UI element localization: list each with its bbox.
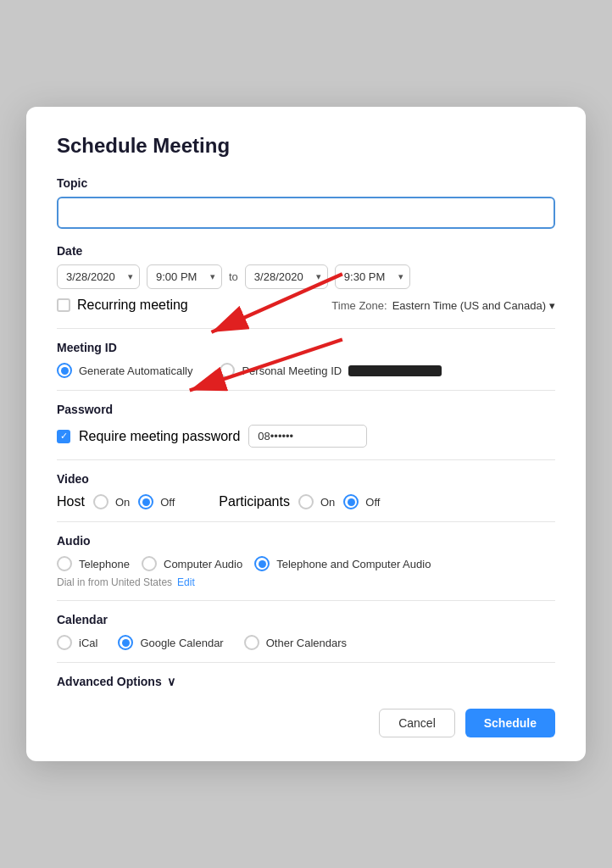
start-time-select[interactable]: 9:00 PM (147, 264, 222, 289)
timezone-label: Time Zone: (331, 299, 387, 312)
timezone-chevron-icon: ▾ (549, 299, 555, 312)
host-off-radio[interactable] (138, 494, 153, 509)
host-off-option[interactable]: Off (138, 494, 175, 509)
divider-5 (57, 600, 555, 601)
participants-off-option[interactable]: Off (343, 494, 380, 509)
topic-input[interactable] (57, 197, 555, 229)
recurring-checkbox[interactable] (57, 298, 70, 312)
require-password-checkbox[interactable] (57, 430, 70, 443)
participants-label: Participants (219, 494, 290, 509)
date-label: Date (57, 244, 555, 258)
personal-meeting-option[interactable]: Personal Meeting ID (220, 363, 442, 378)
host-on-radio[interactable] (93, 494, 108, 509)
password-label: Password (57, 403, 555, 416)
schedule-meeting-dialog: Schedule Meeting Topic Date 3/28/2020 9:… (26, 107, 586, 761)
divider-6 (57, 662, 555, 663)
timezone-dropdown[interactable]: Eastern Time (US and Canada) ▾ (392, 299, 555, 312)
computer-audio-radio[interactable] (142, 556, 157, 571)
divider-4 (57, 521, 555, 522)
edit-link[interactable]: Edit (177, 576, 195, 588)
video-label: Video (57, 472, 555, 486)
telephone-computer-radio[interactable] (254, 556, 270, 571)
telephone-label: Telephone (79, 558, 130, 570)
ical-label: iCal (79, 637, 97, 649)
end-time-select[interactable]: 9:30 PM (335, 264, 410, 289)
google-calendar-radio[interactable] (118, 635, 133, 650)
dial-in-row: Dial in from United States Edit (57, 576, 555, 588)
generate-auto-option[interactable]: Generate Automatically (57, 363, 192, 378)
personal-meeting-label: Personal Meeting ID (242, 364, 342, 377)
participants-off-radio[interactable] (343, 494, 359, 509)
participants-on-label: On (320, 496, 335, 509)
audio-label: Audio (57, 534, 555, 548)
generate-auto-radio[interactable] (57, 363, 72, 378)
start-time-wrapper[interactable]: 9:00 PM (147, 264, 222, 289)
bottom-buttons: Cancel Schedule (57, 709, 555, 737)
recurring-left: Recurring meeting (57, 298, 188, 313)
timezone-right: Time Zone: Eastern Time (US and Canada) … (331, 299, 555, 312)
divider-2 (57, 390, 555, 391)
start-date-select[interactable]: 3/28/2020 (57, 264, 140, 289)
calendar-row: iCal Google Calendar Other Calendars (57, 635, 555, 650)
topic-label: Topic (57, 176, 555, 190)
end-time-wrapper[interactable]: 9:30 PM (335, 264, 410, 289)
end-date-wrapper[interactable]: 3/28/2020 (245, 264, 328, 289)
timezone-value: Eastern Time (US and Canada) (392, 299, 546, 312)
other-calendars-label: Other Calendars (266, 637, 347, 649)
host-off-label: Off (160, 496, 175, 509)
telephone-option[interactable]: Telephone (57, 556, 130, 571)
ical-radio[interactable] (57, 635, 72, 650)
cancel-button[interactable]: Cancel (379, 709, 455, 737)
dial-in-text: Dial in from United States (57, 576, 172, 588)
participants-on-option[interactable]: On (298, 494, 335, 509)
recurring-timezone-row: Recurring meeting Time Zone: Eastern Tim… (57, 298, 555, 313)
host-label: Host (57, 494, 85, 509)
recurring-label: Recurring meeting (77, 298, 188, 313)
video-row: Host On Off Participants On Off (57, 494, 555, 509)
host-on-option[interactable]: On (93, 494, 130, 509)
advanced-options-row[interactable]: Advanced Options ∨ (57, 675, 555, 688)
date-row: 3/28/2020 9:00 PM to 3/28/2020 9:30 PM (57, 264, 555, 289)
advanced-options-chevron-icon: ∨ (167, 675, 175, 688)
host-on-label: On (115, 496, 130, 509)
generate-auto-label: Generate Automatically (79, 364, 192, 377)
participants-on-radio[interactable] (298, 494, 314, 509)
dialog-title: Schedule Meeting (57, 134, 555, 158)
start-date-wrapper[interactable]: 3/28/2020 (57, 264, 140, 289)
advanced-options-label: Advanced Options (57, 675, 162, 688)
password-input[interactable] (248, 425, 367, 448)
calendar-label: Calendar (57, 613, 555, 626)
participants-off-label: Off (365, 496, 380, 509)
audio-row: Telephone Computer Audio Telephone and C… (57, 556, 555, 571)
divider-1 (57, 328, 555, 329)
host-video-group: Host On Off (57, 494, 175, 509)
computer-audio-label: Computer Audio (164, 558, 242, 570)
other-calendars-option[interactable]: Other Calendars (244, 635, 347, 650)
schedule-button[interactable]: Schedule (465, 709, 555, 737)
google-calendar-label: Google Calendar (140, 637, 223, 649)
password-row: Require meeting password (57, 425, 555, 448)
meeting-id-row: Generate Automatically Personal Meeting … (57, 363, 555, 378)
divider-3 (57, 459, 555, 460)
personal-meeting-radio[interactable] (220, 363, 235, 378)
computer-audio-option[interactable]: Computer Audio (142, 556, 242, 571)
end-date-select[interactable]: 3/28/2020 (245, 264, 328, 289)
require-password-label: Require meeting password (79, 429, 240, 444)
participants-video-group: Participants On Off (219, 494, 380, 509)
telephone-radio[interactable] (57, 556, 72, 571)
telephone-computer-label: Telephone and Computer Audio (276, 558, 431, 570)
other-calendars-radio[interactable] (244, 635, 259, 650)
meeting-id-label: Meeting ID (57, 341, 555, 354)
to-label: to (229, 270, 238, 283)
ical-option[interactable]: iCal (57, 635, 97, 650)
google-calendar-option[interactable]: Google Calendar (118, 635, 223, 650)
personal-id-redacted (348, 365, 442, 376)
telephone-computer-option[interactable]: Telephone and Computer Audio (254, 556, 431, 571)
